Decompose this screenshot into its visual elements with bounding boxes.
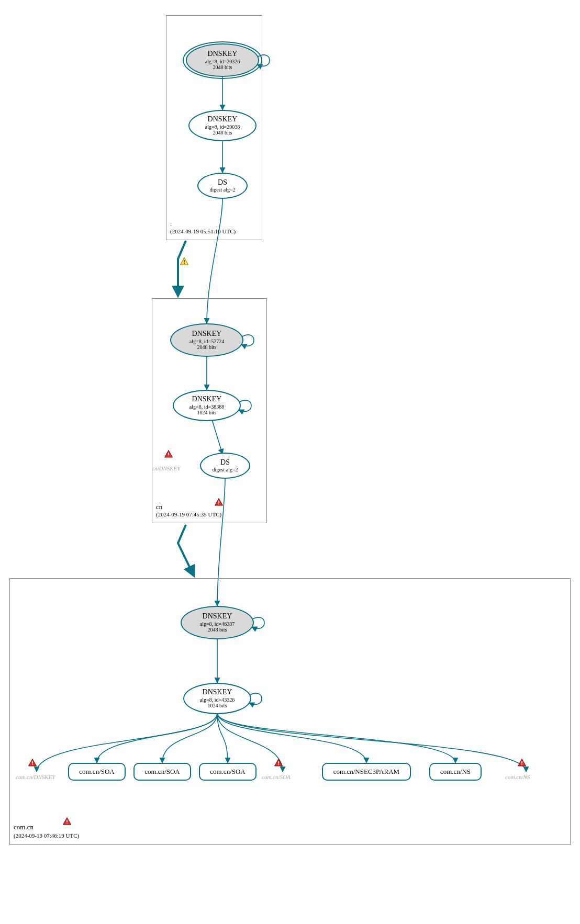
ghost-g_cn_dnskey: cn/DNSKEY: [152, 465, 180, 471]
node-cn_ds[interactable]: DSdigest alg=2: [200, 453, 250, 479]
zone-label-comcn: com.cn: [14, 823, 34, 831]
node-cn_ksk[interactable]: DNSKEYalg=8, id=577242048 bits: [170, 323, 243, 357]
node-rr_soa3[interactable]: com.cn/SOA: [199, 763, 256, 781]
node-detail: alg=8, id=43326: [200, 697, 235, 703]
node-title: DNSKEY: [192, 330, 222, 338]
error-icon[interactable]: [273, 758, 284, 768]
node-title: DNSKEY: [192, 395, 222, 403]
error-icon[interactable]: [163, 449, 174, 459]
zone-comcn: [9, 578, 571, 845]
node-comcn_zsk[interactable]: DNSKEYalg=8, id=433261024 bits: [183, 683, 251, 714]
node-title: DNSKEY: [203, 688, 232, 696]
error-icon[interactable]: [62, 817, 72, 826]
zone-timestamp-cn: (2024-09-19 07:45:35 UTC): [156, 511, 221, 517]
zone-label-cn: cn: [156, 503, 162, 511]
node-detail: 2048 bits: [213, 64, 232, 71]
node-title: DS: [220, 458, 230, 467]
node-title: DNSKEY: [203, 612, 232, 621]
node-comcn_ksk[interactable]: DNSKEYalg=8, id=463872048 bits: [181, 606, 254, 639]
node-detail: alg=8, id=20038: [205, 124, 240, 130]
error-icon[interactable]: [27, 758, 38, 768]
warning-icon[interactable]: [179, 257, 189, 266]
node-detail: alg=8, id=57724: [189, 339, 224, 345]
error-icon[interactable]: [517, 758, 527, 768]
error-icon[interactable]: [214, 498, 224, 507]
node-detail: alg=8, id=46387: [200, 621, 235, 627]
zone-timestamp-root: (2024-09-19 05:51:10 UTC): [170, 228, 236, 234]
ghost-g_comcn_dnskey: com.cn/DNSKEY: [16, 774, 55, 780]
node-detail: 2048 bits: [197, 344, 217, 351]
zone-label-root: .: [170, 220, 172, 228]
node-rr_soa2[interactable]: com.cn/SOA: [133, 763, 191, 781]
ghost-g_comcn_ns: com.cn/NS: [505, 774, 530, 780]
node-detail: digest alg=2: [209, 187, 235, 193]
node-title: DNSKEY: [208, 115, 238, 123]
node-detail: alg=8, id=38388: [189, 404, 224, 410]
node-detail: 2048 bits: [213, 130, 232, 136]
zone-timestamp-comcn: (2024-09-19 07:46:19 UTC): [14, 832, 79, 839]
node-root_zsk[interactable]: DNSKEYalg=8, id=200382048 bits: [188, 110, 256, 141]
node-root_ds[interactable]: DSdigest alg=2: [197, 173, 248, 199]
node-detail: digest alg=2: [212, 467, 238, 473]
node-detail: 2048 bits: [208, 627, 227, 633]
node-title: DNSKEY: [208, 50, 238, 58]
node-title: DS: [218, 178, 227, 187]
node-detail: 1024 bits: [197, 410, 217, 416]
node-detail: alg=8, id=20326: [205, 59, 240, 65]
node-rr_nsec3[interactable]: com.cn/NSEC3PARAM: [322, 763, 411, 781]
node-cn_zsk[interactable]: DNSKEYalg=8, id=383881024 bits: [173, 390, 241, 421]
node-rr_soa1[interactable]: com.cn/SOA: [68, 763, 126, 781]
node-detail: 1024 bits: [208, 703, 227, 709]
node-rr_ns[interactable]: com.cn/NS: [429, 763, 482, 781]
node-root_ksk[interactable]: DNSKEYalg=8, id=203262048 bits: [186, 43, 259, 77]
ghost-g_comcn_soa: com.cn/SOA: [262, 774, 291, 780]
